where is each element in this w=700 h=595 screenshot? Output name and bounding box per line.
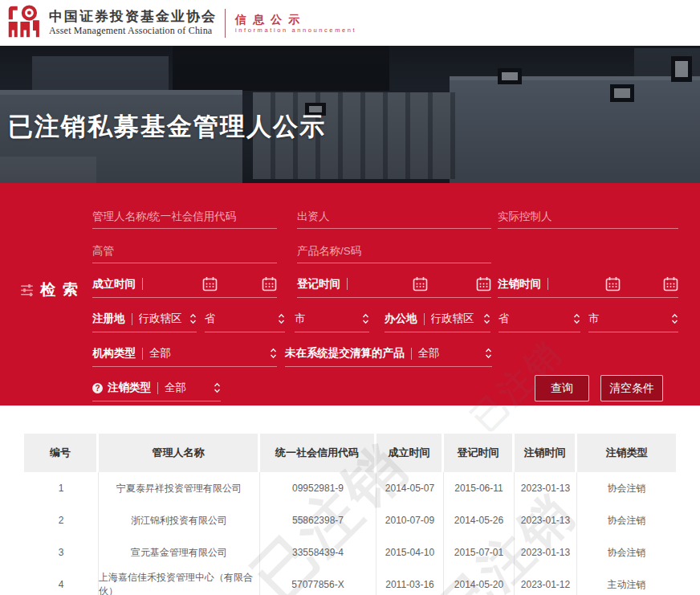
cancelled-date-range: 注销时间 [498, 276, 678, 298]
city-value: 市 [295, 312, 306, 326]
registered-district-select[interactable]: 注册地 行政辖区 [92, 312, 197, 332]
executive-input[interactable] [92, 245, 277, 257]
cell-manager-name[interactable]: 宣元基金管理有限公司 [99, 536, 260, 569]
clear-conditions-button[interactable]: 清空条件 [600, 375, 663, 401]
registered-date-range: 登记时间 [297, 276, 491, 298]
cell-registered: 2015-07-01 [444, 536, 515, 569]
unliquidated-product-select[interactable]: 未在系统提交清算的产品 全部 [285, 346, 492, 367]
chevron-updown-icon [362, 312, 369, 325]
cell-credit-code: 55862398-7 [260, 504, 376, 536]
col-header-credit-code: 统一社会信用代码 [260, 434, 374, 472]
cell-cancelled: 2023-01-13 [515, 472, 577, 504]
cell-cancelled: 2023-01-13 [515, 504, 577, 536]
calendar-icon[interactable] [663, 276, 678, 291]
col-header-cancel-type: 注销类型 [577, 434, 676, 472]
province-value: 省 [499, 312, 510, 326]
col-header-no: 编号 [24, 434, 96, 472]
cell-no: 4 [24, 569, 99, 595]
chevron-updown-icon [485, 347, 492, 360]
calendar-icon[interactable] [262, 276, 277, 291]
help-question-icon[interactable]: ? [92, 383, 103, 393]
col-header-manager-name: 管理人名称 [99, 434, 258, 472]
office-district-select[interactable]: 办公地 行政辖区 [385, 312, 490, 332]
investor-field [297, 210, 491, 229]
actual-controller-input[interactable] [498, 210, 678, 222]
col-header-cancelled: 注销时间 [515, 434, 575, 472]
cell-credit-code: 33558439-4 [260, 536, 376, 569]
cell-cancel-type: 协会注销 [577, 536, 676, 569]
chevron-updown-icon [483, 312, 490, 325]
field-divider [142, 348, 143, 360]
cell-cancel-type: 协会注销 [577, 504, 676, 536]
office-city-select[interactable]: 市 [588, 312, 678, 332]
form-row-regions: 注册地 行政辖区 省 市 办公地 行政辖区 省 [0, 298, 700, 332]
amac-logo-icon [6, 4, 42, 43]
table-row: 4 上海嘉信佳禾投资管理中心（有限合伙） 57077856-X 2011-03-… [24, 569, 676, 595]
cell-manager-name[interactable]: 浙江锦利投资有限公司 [99, 504, 260, 536]
org-title-block: 中国证券投资基金业协会 Asset Management Association… [49, 9, 217, 37]
province-value: 省 [205, 312, 216, 326]
chevron-updown-icon [214, 381, 221, 394]
cell-established: 2015-04-10 [376, 536, 444, 569]
cell-manager-name[interactable]: 宁夏泰昇祥投资管理有限公司 [99, 472, 260, 504]
chevron-updown-icon [270, 347, 277, 360]
cell-no: 3 [24, 536, 99, 569]
cell-credit-code: 09952981-9 [260, 472, 376, 504]
search-panel: 检索 成立时间 [0, 183, 700, 405]
cell-cancel-type: 协会注销 [577, 472, 676, 504]
cell-manager-name[interactable]: 上海嘉信佳禾投资管理中心（有限合伙） [99, 569, 260, 595]
cancelled-date-label: 注销时间 [498, 277, 541, 291]
cell-established: 2014-05-07 [376, 472, 444, 504]
cell-cancelled: 2023-01-13 [515, 536, 577, 569]
product-name-input[interactable] [297, 245, 491, 257]
page-title: 已注销私募基金管理人公示 [8, 110, 326, 144]
established-date-range: 成立时间 [92, 276, 277, 298]
city-value: 市 [588, 312, 600, 326]
header-divider [225, 9, 226, 38]
hero-banner: 已注销私募基金管理人公示 [0, 46, 700, 183]
product-name-field [297, 245, 491, 263]
form-buttons: 查询 清空条件 [535, 375, 700, 401]
calendar-icon[interactable] [202, 276, 218, 291]
site-header: 中国证券投资基金业协会 Asset Management Association… [0, 0, 700, 46]
org-type-select[interactable]: 机构类型 全部 [92, 346, 277, 367]
registered-date-label: 登记时间 [297, 277, 340, 291]
search-panel-label-text: 检索 [40, 279, 85, 300]
district-value: 行政辖区 [431, 312, 474, 326]
search-form: 成立时间 登记时间 注销时间 [0, 183, 700, 401]
calendar-icon[interactable] [605, 276, 621, 291]
manager-name-field [92, 210, 277, 229]
cancel-type-select[interactable]: ? 注销类型 全部 [92, 381, 221, 401]
query-button[interactable]: 查询 [535, 375, 589, 401]
table-header-row: 编号 管理人名称 统一社会信用代码 成立时间 登记时间 注销时间 注销类型 [24, 434, 676, 472]
cell-no: 1 [24, 472, 99, 504]
investor-input[interactable] [297, 210, 491, 222]
registered-place-label: 注册地 [92, 312, 125, 326]
org-name-zh: 中国证券投资基金业协会 [49, 9, 217, 25]
field-divider [347, 278, 348, 290]
form-row-2 [0, 229, 700, 263]
cell-cancel-type: 主动注销 [577, 569, 676, 595]
cell-cancelled: 2023-01-12 [515, 569, 577, 595]
cell-registered: 2015-06-11 [444, 472, 515, 504]
results-table: 编号 管理人名称 统一社会信用代码 成立时间 登记时间 注销时间 注销类型 1 … [24, 434, 676, 595]
registered-province-select[interactable]: 省 [205, 312, 285, 332]
calendar-icon[interactable] [476, 276, 491, 291]
district-value: 行政辖区 [139, 312, 182, 326]
calendar-icon[interactable] [413, 276, 428, 291]
actual-controller-field [498, 210, 678, 229]
form-row-types: 机构类型 全部 未在系统提交清算的产品 全部 [0, 332, 700, 367]
search-panel-label: 检索 [21, 279, 85, 300]
cell-no: 2 [24, 504, 99, 536]
field-divider [424, 313, 425, 325]
field-divider [132, 313, 132, 325]
field-divider [547, 278, 548, 290]
cancel-type-label: 注销类型 [108, 381, 151, 395]
field-divider [411, 348, 412, 360]
office-province-select[interactable]: 省 [499, 312, 580, 332]
manager-name-input[interactable] [92, 210, 277, 222]
registered-city-select[interactable]: 市 [295, 312, 369, 332]
form-row-dates: 成立时间 登记时间 注销时间 [0, 263, 700, 298]
cancel-type-value: 全部 [165, 381, 186, 395]
form-row-1 [0, 194, 700, 229]
